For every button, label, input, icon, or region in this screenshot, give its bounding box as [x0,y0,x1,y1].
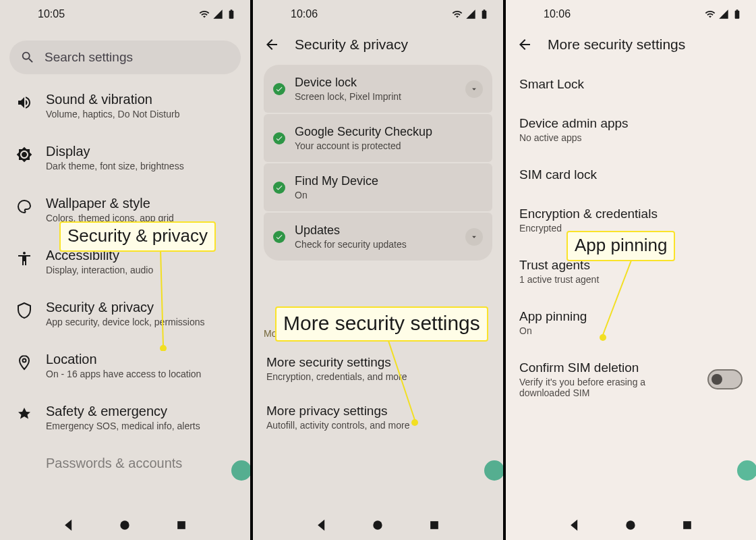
fab-button[interactable] [484,460,503,481]
status-bar: 10:06 [253,0,503,27]
nav-recents-icon[interactable] [428,518,441,532]
status-icons [199,9,237,20]
volume-icon [16,94,32,111]
menu-passwords-accounts[interactable]: Passwords & accounts [0,443,250,487]
location-icon [16,354,32,371]
card-updates[interactable]: UpdatesCheck for security updates [264,213,492,261]
chevron-down-icon[interactable] [465,80,483,98]
svg-point-0 [121,520,129,529]
row-device-admin[interactable]: Device admin appsNo active apps [506,104,756,155]
toggle-off[interactable] [707,369,743,389]
nav-back-icon[interactable] [62,518,76,532]
svg-rect-1 [177,521,185,529]
nav-recents-icon[interactable] [175,518,188,532]
phone-screen-more-security: 10:06 More security settings Smart Lock … [506,0,756,540]
menu-security-privacy[interactable]: Security & privacyApp security, device l… [0,288,250,340]
check-icon [273,132,285,144]
battery-icon [226,9,237,20]
callout-app-pinning: App pinning [566,231,675,261]
app-bar: More security settings [506,27,756,65]
callout-more-security: More security settings [275,306,488,342]
wifi-icon [705,9,716,20]
phone-screen-settings: 10:05 Search settings Sound & vibrationV… [0,0,250,540]
status-icons [705,9,743,20]
battery-icon [479,9,490,20]
battery-icon [732,9,743,20]
key-icon [16,458,32,475]
svg-rect-3 [430,521,438,529]
nav-bar [0,510,250,540]
menu-safety-emergency[interactable]: Safety & emergencyEmergency SOS, medical… [0,392,250,443]
page-title: Security & privacy [295,36,408,53]
row-more-privacy[interactable]: More privacy settings Autofill, activity… [253,393,503,441]
row-confirm-sim-deletion[interactable]: Confirm SIM deletionVerify it's you befo… [506,348,756,410]
nav-home-icon[interactable] [371,518,384,532]
check-icon [273,83,285,95]
back-arrow-icon[interactable] [517,36,533,53]
row-sim-lock[interactable]: SIM card lock [506,155,756,194]
svg-point-4 [627,520,635,529]
status-icons [452,9,490,20]
callout-security-privacy: Security & privacy [59,221,216,252]
clock: 10:06 [291,8,318,20]
menu-location[interactable]: LocationOn - 16 apps have access to loca… [0,340,250,392]
page-title: More security settings [548,36,685,53]
menu-display[interactable]: DisplayDark theme, font size, brightness [0,132,250,184]
signal-icon [718,9,729,20]
card-find-my-device[interactable]: Find My DeviceOn [264,163,492,211]
signal-icon [465,9,476,20]
back-arrow-icon[interactable] [264,36,280,53]
app-bar: Security & privacy [253,27,503,65]
nav-home-icon[interactable] [624,518,637,532]
status-bar: 10:05 [0,0,250,27]
nav-recents-icon[interactable] [680,518,694,532]
clock: 10:05 [38,8,65,20]
clock: 10:06 [544,8,571,20]
card-device-lock[interactable]: Device lockScreen lock, Pixel Imprint [264,65,492,113]
accessibility-icon [16,250,32,267]
emergency-icon [16,406,32,423]
check-icon [273,182,285,194]
menu-sound-vibration[interactable]: Sound & vibrationVolume, haptics, Do Not… [0,80,250,132]
status-bar: 10:06 [506,0,756,27]
settings-list: Sound & vibrationVolume, haptics, Do Not… [0,80,250,487]
nav-home-icon[interactable] [118,518,132,532]
search-placeholder: Search settings [45,50,133,65]
fab-button[interactable] [737,460,756,481]
chevron-down-icon[interactable] [465,228,483,246]
row-more-security[interactable]: More security settings Encryption, crede… [253,344,503,393]
wifi-icon [199,9,210,20]
security-status-cards: Device lockScreen lock, Pixel Imprint Go… [264,65,492,261]
palette-icon [16,198,32,215]
phone-screen-security: 10:06 Security & privacy Device lockScre… [253,0,503,540]
nav-bar [506,510,756,540]
card-google-checkup[interactable]: Google Security CheckupYour account is p… [264,114,492,162]
nav-back-icon[interactable] [315,518,328,532]
wifi-icon [452,9,463,20]
search-settings[interactable]: Search settings [9,40,241,74]
svg-rect-5 [683,521,691,529]
fab-button[interactable] [231,460,250,481]
nav-back-icon[interactable] [568,518,581,532]
check-icon [273,231,285,243]
nav-bar [253,510,503,540]
row-app-pinning[interactable]: App pinningOn [506,297,756,348]
brightness-icon [16,146,32,163]
row-smart-lock[interactable]: Smart Lock [506,65,756,104]
shield-icon [16,302,32,319]
signal-icon [212,9,223,20]
svg-point-2 [374,520,382,529]
search-icon [20,50,35,65]
